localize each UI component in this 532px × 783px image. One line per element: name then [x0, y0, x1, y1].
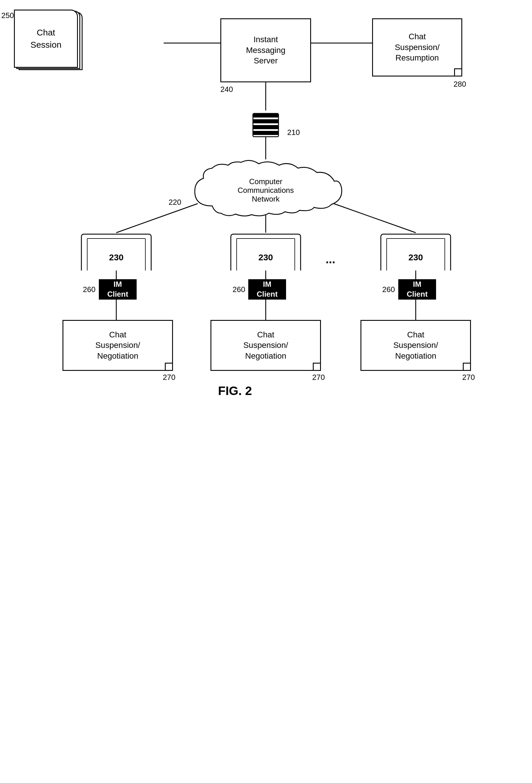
ellipsis: ···: [326, 256, 335, 269]
client2-computer: 230: [222, 233, 309, 272]
svg-text:Computer: Computer: [249, 177, 282, 186]
router-num: 210: [287, 128, 300, 137]
im-client3-num: 260: [382, 285, 395, 294]
im-client1-box: IMClient: [99, 279, 137, 300]
client1-computer: 230: [73, 233, 160, 272]
chat-session-num: 250: [1, 11, 14, 20]
chat-susp-neg2-num: 270: [312, 373, 325, 382]
svg-rect-18: [253, 131, 278, 135]
diagram-container: ChatSession 250 InstantMessagingServer 2…: [0, 0, 532, 783]
fig3-area: NO NO YES YES NO YES YES: [0, 404, 532, 783]
svg-rect-15: [253, 114, 278, 118]
chat-susp-neg2-node: ChatSuspension/Negotiation: [210, 320, 321, 371]
svg-text:Network: Network: [252, 195, 280, 203]
im-client2-num: 260: [233, 285, 245, 294]
svg-text:230: 230: [259, 252, 273, 262]
im-server-num: 240: [220, 85, 233, 94]
chat-suspension-resumption-node: ChatSuspension/Resumption: [372, 18, 462, 76]
chat-susp-neg3-num: 270: [462, 373, 475, 382]
im-client3-label: IMClient: [407, 280, 428, 299]
chat-susp-neg1-node: ChatSuspension/Negotiation: [63, 320, 173, 371]
im-server-label: InstantMessagingServer: [246, 34, 285, 66]
svg-rect-16: [253, 119, 278, 123]
router-icon: [247, 111, 284, 139]
im-server-node: InstantMessagingServer: [220, 18, 311, 82]
fig3-connectors: NO NO YES YES NO YES YES: [0, 404, 532, 783]
fig2-area: ChatSession 250 InstantMessagingServer 2…: [0, 0, 532, 401]
fig2-label: FIG. 2: [218, 384, 252, 398]
cloud-node: Computer Communications Network: [183, 159, 348, 219]
chat-susp-neg1-label: ChatSuspension/Negotiation: [95, 330, 140, 361]
im-client2-box: IMClient: [248, 279, 286, 300]
chat-susp-neg2-label: ChatSuspension/Negotiation: [243, 330, 288, 361]
im-client2-label: IMClient: [257, 280, 278, 299]
network-num: 220: [169, 198, 181, 207]
im-client1-num: 260: [83, 285, 95, 294]
svg-rect-17: [253, 125, 278, 129]
svg-text:230: 230: [109, 252, 124, 262]
chat-susp-neg3-node: ChatSuspension/Negotiation: [361, 320, 471, 371]
svg-text:Communications: Communications: [237, 186, 294, 195]
chat-session-label: ChatSession: [31, 27, 62, 51]
chat-suspension-resumption-num: 280: [454, 80, 466, 89]
chat-suspension-resumption-label: ChatSuspension/Resumption: [395, 31, 439, 63]
client3-computer: 230: [372, 233, 459, 272]
im-client3-box: IMClient: [398, 279, 436, 300]
chat-susp-neg3-label: ChatSuspension/Negotiation: [393, 330, 438, 361]
im-client1-label: IMClient: [107, 280, 128, 299]
chat-susp-neg1-num: 270: [163, 373, 175, 382]
svg-text:230: 230: [408, 252, 423, 262]
